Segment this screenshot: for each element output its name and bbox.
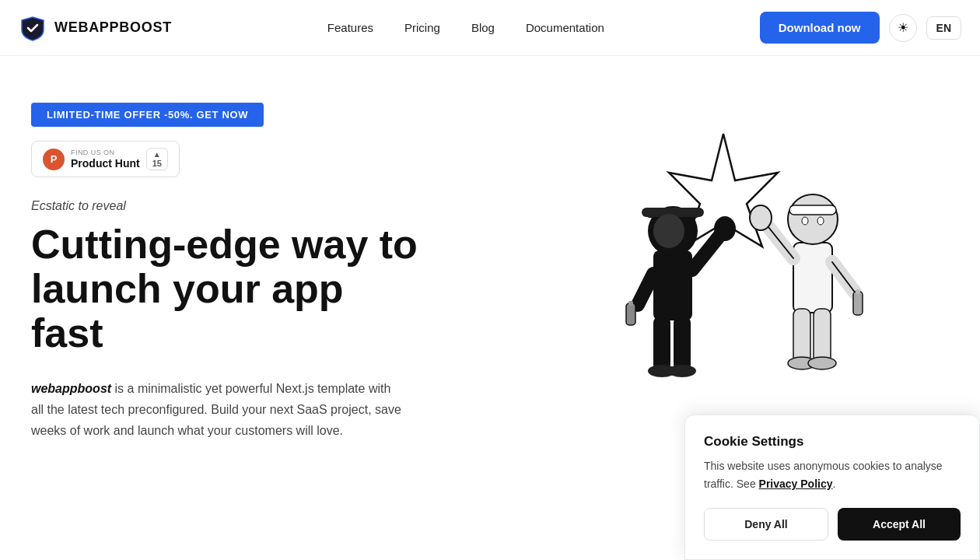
product-hunt-text: FIND US ON Product Hunt (71, 149, 140, 170)
cookie-title: Cookie Settings (704, 434, 961, 450)
svg-point-5 (653, 214, 684, 248)
svg-rect-29 (853, 292, 863, 315)
svg-point-18 (802, 217, 808, 225)
language-button[interactable]: EN (926, 16, 961, 40)
svg-rect-9 (653, 317, 670, 371)
svg-point-19 (817, 217, 824, 225)
svg-rect-17 (789, 205, 836, 215)
nav-documentation[interactable]: Documentation (526, 21, 604, 34)
privacy-policy-link[interactable]: Privacy Policy (759, 478, 833, 490)
logo-text: WEBAPPBOOST (54, 19, 172, 36)
svg-rect-13 (626, 303, 635, 325)
svg-point-24 (750, 205, 772, 230)
figure-right (750, 194, 863, 369)
upvote-count: 15 (152, 159, 162, 168)
logo-area[interactable]: WEBAPPBOOST (19, 14, 172, 42)
product-hunt-logo: P (43, 149, 65, 170)
header: WEBAPPBOOST Features Pricing Blog Docume… (0, 0, 980, 56)
svg-rect-10 (674, 317, 691, 371)
product-hunt-count: ▲ 15 (146, 148, 168, 170)
hero-heading: Cutting-edge way to launch your app fast (31, 222, 420, 356)
svg-point-16 (788, 194, 838, 244)
header-right: Download now ☀ EN (760, 12, 961, 44)
svg-rect-26 (814, 309, 831, 363)
svg-rect-15 (793, 243, 832, 313)
svg-rect-25 (793, 309, 810, 363)
product-hunt-badge[interactable]: P FIND US ON Product Hunt ▲ 15 (31, 141, 180, 177)
svg-line-7 (638, 274, 653, 305)
svg-rect-14 (628, 301, 633, 306)
brand-name: webappboost (31, 382, 111, 395)
download-button[interactable]: Download now (760, 12, 880, 44)
svg-point-8 (714, 216, 736, 241)
svg-point-28 (808, 357, 836, 369)
accept-all-button[interactable]: Accept All (838, 508, 961, 541)
cookie-banner: Cookie Settings This website uses anonym… (684, 415, 980, 560)
limited-offer-banner[interactable]: LIMITED-TIME OFFER -50%. GET NOW (31, 103, 264, 127)
cookie-text-end: . (833, 478, 836, 490)
hero-description: webappboost is a minimalistic yet powerf… (31, 378, 404, 442)
logo-icon (19, 14, 47, 42)
product-hunt-name: Product Hunt (71, 157, 140, 170)
deny-all-button[interactable]: Deny All (704, 508, 828, 541)
hero-heading-line1: Cutting-edge way to (31, 222, 418, 267)
hero-heading-line2: launch your app fast (31, 266, 344, 355)
theme-toggle-button[interactable]: ☀ (889, 14, 917, 42)
product-hunt-find-on: FIND US ON (71, 149, 140, 157)
main-nav: Features Pricing Blog Documentation (327, 21, 604, 34)
nav-features[interactable]: Features (327, 21, 373, 34)
figure-left (626, 206, 736, 377)
svg-rect-1 (653, 250, 692, 320)
svg-point-12 (668, 365, 696, 377)
nav-blog[interactable]: Blog (471, 21, 495, 34)
cookie-text: This website uses anonymous cookies to a… (704, 457, 961, 492)
sun-icon: ☀ (898, 20, 908, 35)
upvote-arrow-icon: ▲ (153, 150, 161, 159)
svg-rect-30 (856, 289, 860, 294)
nav-pricing[interactable]: Pricing (404, 21, 440, 34)
cookie-buttons: Deny All Accept All (704, 508, 961, 541)
